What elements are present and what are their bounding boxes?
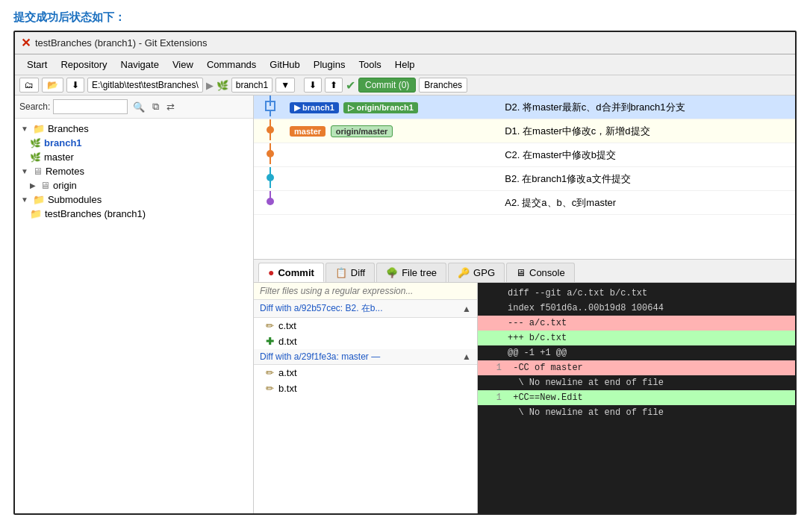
menu-help[interactable]: Help: [389, 57, 421, 72]
chevron-down-icon: ▼: [21, 167, 28, 175]
main-layout: Search: 🔍 ⧉ ⇄ ▼ 📁 Branches 🌿 branch1: [15, 96, 795, 513]
sidebar-item-label: testBranches (branch1): [45, 208, 146, 219]
sidebar-item-remotes-group[interactable]: ▼ 🖥 Remotes: [15, 164, 253, 178]
graph-cell-msg: D1. 在master中修改c，新增d提交: [502, 119, 795, 143]
diff-line: diff --git a/c.txt b/c.txt: [478, 286, 795, 301]
sidebar-item-label: Remotes: [46, 166, 84, 177]
search-input[interactable]: [53, 99, 128, 114]
filter-input[interactable]: [254, 283, 477, 300]
diff-section-label: Diff with a/92b57cec: B2. 在b...: [260, 302, 462, 315]
sidebar-item-origin[interactable]: ▶ 🖥 origin: [15, 178, 253, 193]
file-name: d.txt: [278, 336, 297, 347]
file-entry-d-txt[interactable]: ✚ d.txt: [254, 334, 477, 349]
chevron-down-icon: ▼: [21, 195, 28, 204]
submodule-folder-icon: 📁: [33, 194, 45, 205]
toolbar-path-btn[interactable]: ⬇: [66, 78, 84, 93]
sidebar-item-label: Branches: [48, 123, 89, 134]
sidebar-item-label: master: [44, 151, 74, 163]
graph-cell-tags: [287, 191, 502, 215]
sidebar-item-testbranches-submodule[interactable]: 📁 testBranches (branch1): [15, 207, 253, 221]
toolbar-branch-separator: ▶: [206, 80, 214, 91]
tab-label: File tree: [402, 267, 437, 278]
graph-cell-msg: C2. 在master中修改b提交: [502, 143, 795, 167]
diff-section-label: Diff with a/29f1fe3a: master —: [260, 351, 462, 362]
menu-repository[interactable]: Repository: [54, 57, 113, 72]
search-extra-btn[interactable]: ⧉: [150, 100, 161, 113]
menu-plugins[interactable]: Plugins: [308, 57, 352, 72]
sidebar-item-master[interactable]: 🌿 master: [15, 150, 253, 164]
commit-tab-icon: ●: [268, 266, 274, 278]
menu-navigate[interactable]: Navigate: [115, 57, 165, 72]
toolbar-pull-btn[interactable]: ⬇: [304, 78, 322, 93]
diff-line: +++ b/c.txt: [478, 331, 795, 345]
branch-icon: 🌿: [30, 138, 41, 148]
graph-cell-tags: ▶ branch1 ▷ origin/branch1: [287, 96, 502, 119]
file-entry-c-txt[interactable]: ✏ c.txt: [254, 318, 477, 334]
graph-cell-tags: master origin/master: [287, 119, 502, 143]
search-icon[interactable]: 🔍: [131, 101, 147, 113]
right-panel: ▶ branch1 ▷ origin/branch1 D2. 将master最新…: [254, 96, 795, 513]
console-tab-icon: 🖥: [516, 267, 526, 278]
graph-cell-msg: B2. 在branch1修改a文件提交: [502, 167, 795, 191]
diff-view[interactable]: diff --git a/c.txt b/c.txt index f501d6a…: [478, 283, 795, 513]
table-row[interactable]: A2. 提交a、b、c到master: [254, 191, 795, 215]
menu-start[interactable]: Start: [21, 57, 53, 72]
page-header: 提交成功后状态如下：: [0, 0, 810, 31]
diff-section-header-2[interactable]: Diff with a/29f1fe3a: master — ▲: [254, 349, 477, 365]
search-bar: Search: 🔍 ⧉ ⇄: [15, 96, 253, 119]
tab-filetree[interactable]: 🌳 File tree: [376, 263, 446, 282]
graph-area: ▶ branch1 ▷ origin/branch1 D2. 将master最新…: [254, 96, 795, 260]
table-row[interactable]: ▶ branch1 ▷ origin/branch1 D2. 将master最新…: [254, 96, 795, 119]
toolbar-checkmark: ✔: [346, 78, 355, 93]
folder-icon: 📁: [33, 123, 45, 134]
search-nav-btn[interactable]: ⇄: [164, 101, 177, 113]
chevron-right-icon: ▶: [30, 181, 36, 190]
toolbar: 🗂 📂 ⬇ E:\gitlab\test\testBranches\ ▶ 🌿 b…: [15, 75, 795, 96]
diff-section-header-1[interactable]: Diff with a/92b57cec: B2. 在b... ▲: [254, 300, 477, 318]
graph-cell-vis: [254, 191, 287, 215]
sidebar: Search: 🔍 ⧉ ⇄ ▼ 📁 Branches 🌿 branch1: [15, 96, 254, 513]
toolbar-branches-btn[interactable]: Branches: [419, 78, 467, 93]
graph-cell-vis: [254, 167, 287, 191]
title-bar: ✕ testBranches (branch1) - Git Extension…: [15, 32, 795, 54]
file-entry-b-txt[interactable]: ✏ b.txt: [254, 381, 477, 396]
tag-badge-branch1: ▶ branch1: [290, 102, 339, 113]
tab-commit[interactable]: ● Commit: [258, 263, 324, 282]
gpg-tab-icon: 🔑: [458, 267, 470, 278]
tag-badge-master: master: [290, 126, 325, 137]
tab-diff[interactable]: 📋 Diff: [325, 263, 375, 282]
table-row[interactable]: master origin/master D1. 在master中修改c，新增d…: [254, 119, 795, 143]
tab-gpg[interactable]: 🔑 GPG: [448, 263, 505, 282]
sidebar-item-label: Submodules: [48, 194, 102, 205]
toolbar-push-btn[interactable]: ⬆: [325, 78, 343, 93]
file-modified-icon: ✏: [266, 383, 274, 394]
tab-console[interactable]: 🖥 Console: [506, 263, 575, 282]
file-list-panel: Diff with a/92b57cec: B2. 在b... ▲ ✏ c.tx…: [254, 283, 478, 513]
file-entry-a-txt[interactable]: ✏ a.txt: [254, 365, 477, 381]
sidebar-item-branch1[interactable]: 🌿 branch1: [15, 136, 253, 150]
toolbar-open-btn[interactable]: 📂: [42, 78, 63, 93]
table-row[interactable]: B2. 在branch1修改a文件提交: [254, 167, 795, 191]
menu-bar: Start Repository Navigate View Commands …: [15, 54, 795, 75]
diff-line: 1 -CC of master: [478, 360, 795, 375]
table-row[interactable]: C2. 在master中修改b提交: [254, 143, 795, 167]
toolbar-commit-btn[interactable]: Commit (0): [358, 78, 416, 93]
sidebar-item-label: branch1: [44, 137, 82, 148]
toolbar-new-btn[interactable]: 🗂: [19, 78, 39, 93]
file-modified-icon: ✏: [266, 320, 274, 331]
sidebar-item-branches-group[interactable]: ▼ 📁 Branches: [15, 122, 253, 136]
menu-commands[interactable]: Commands: [201, 57, 262, 72]
bottom-panel: ● Commit 📋 Diff 🌳 File tree 🔑 GPG: [254, 260, 795, 513]
filetree-tab-icon: 🌳: [386, 267, 398, 278]
sidebar-item-label: origin: [53, 180, 77, 191]
branch-icon: 🌿: [30, 152, 41, 163]
menu-view[interactable]: View: [166, 57, 199, 72]
sidebar-item-submodules-group[interactable]: ▼ 📁 Submodules: [15, 193, 253, 207]
diff-line: --- a/c.txt: [478, 316, 795, 331]
menu-github[interactable]: GitHub: [264, 57, 305, 72]
chevron-up-icon: ▲: [462, 304, 471, 314]
toolbar-branch-dropdown[interactable]: ▼: [275, 78, 295, 93]
file-modified-icon: ✏: [266, 367, 274, 378]
file-added-icon: ✚: [266, 336, 274, 347]
menu-tools[interactable]: Tools: [352, 57, 387, 72]
